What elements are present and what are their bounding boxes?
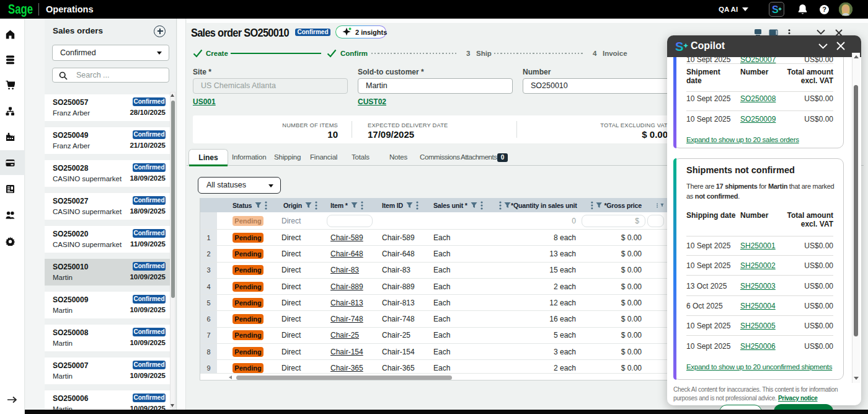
svg-text:S: S (675, 40, 683, 53)
svg-text:S: S (772, 4, 779, 15)
